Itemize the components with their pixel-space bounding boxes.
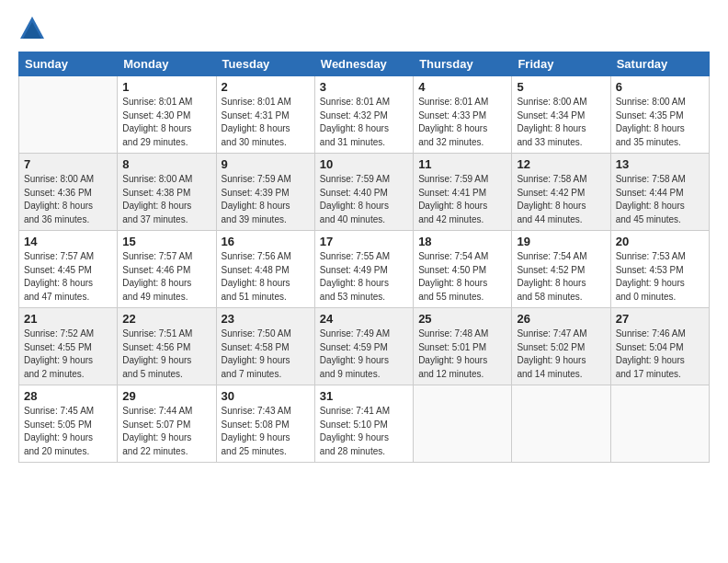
day-info: Sunrise: 7:57 AM Sunset: 4:45 PM Dayligh…	[24, 250, 112, 304]
page: SundayMondayTuesdayWednesdayThursdayFrid…	[0, 0, 728, 563]
day-number: 19	[517, 235, 605, 248]
calendar-cell: 8Sunrise: 8:00 AM Sunset: 4:38 PM Daylig…	[118, 154, 216, 231]
calendar-cell: 28Sunrise: 7:45 AM Sunset: 5:05 PM Dayli…	[19, 385, 118, 463]
day-number: 6	[616, 80, 704, 94]
day-number: 13	[616, 157, 704, 171]
week-row-5: 28Sunrise: 7:45 AM Sunset: 5:05 PM Dayli…	[19, 385, 710, 463]
day-number: 27	[616, 312, 704, 326]
day-info: Sunrise: 8:00 AM Sunset: 4:34 PM Dayligh…	[517, 96, 605, 149]
day-info: Sunrise: 7:54 AM Sunset: 4:52 PM Dayligh…	[517, 250, 605, 304]
day-number: 26	[517, 312, 605, 326]
logo	[18, 15, 50, 42]
day-info: Sunrise: 7:41 AM Sunset: 5:10 PM Dayligh…	[320, 405, 408, 458]
calendar-cell: 24Sunrise: 7:49 AM Sunset: 4:59 PM Dayli…	[314, 308, 413, 385]
week-row-4: 21Sunrise: 7:52 AM Sunset: 4:55 PM Dayli…	[19, 308, 710, 385]
day-info: Sunrise: 7:52 AM Sunset: 4:55 PM Dayligh…	[24, 327, 112, 381]
day-info: Sunrise: 7:43 AM Sunset: 5:08 PM Dayligh…	[222, 405, 310, 458]
calendar-cell: 21Sunrise: 7:52 AM Sunset: 4:55 PM Dayli…	[19, 308, 118, 385]
day-number: 24	[320, 312, 408, 326]
day-number: 31	[320, 389, 408, 403]
day-info: Sunrise: 7:51 AM Sunset: 4:56 PM Dayligh…	[122, 327, 210, 381]
calendar-table: SundayMondayTuesdayWednesdayThursdayFrid…	[18, 52, 710, 463]
calendar-cell: 12Sunrise: 7:58 AM Sunset: 4:42 PM Dayli…	[512, 154, 610, 231]
logo-icon	[18, 15, 46, 42]
calendar-cell: 1Sunrise: 8:01 AM Sunset: 4:30 PM Daylig…	[118, 76, 216, 154]
calendar-cell: 3Sunrise: 8:01 AM Sunset: 4:32 PM Daylig…	[314, 76, 413, 154]
calendar-cell: 6Sunrise: 8:00 AM Sunset: 4:35 PM Daylig…	[610, 76, 709, 154]
calendar-cell: 29Sunrise: 7:44 AM Sunset: 5:07 PM Dayli…	[118, 385, 216, 463]
weekday-header-thursday: Thursday	[414, 52, 512, 76]
day-info: Sunrise: 7:58 AM Sunset: 4:42 PM Dayligh…	[517, 173, 605, 226]
day-number: 25	[418, 312, 506, 326]
weekday-header-row: SundayMondayTuesdayWednesdayThursdayFrid…	[19, 52, 710, 76]
calendar-cell: 17Sunrise: 7:55 AM Sunset: 4:49 PM Dayli…	[314, 231, 413, 308]
day-number: 4	[418, 80, 506, 94]
calendar-cell: 2Sunrise: 8:01 AM Sunset: 4:31 PM Daylig…	[216, 76, 314, 154]
calendar-cell: 30Sunrise: 7:43 AM Sunset: 5:08 PM Dayli…	[216, 385, 314, 463]
week-row-2: 7Sunrise: 8:00 AM Sunset: 4:36 PM Daylig…	[19, 154, 710, 231]
calendar-cell: 7Sunrise: 8:00 AM Sunset: 4:36 PM Daylig…	[19, 154, 118, 231]
day-info: Sunrise: 8:00 AM Sunset: 4:38 PM Dayligh…	[122, 173, 210, 226]
calendar-cell: 15Sunrise: 7:57 AM Sunset: 4:46 PM Dayli…	[118, 231, 216, 308]
calendar-cell: 11Sunrise: 7:59 AM Sunset: 4:41 PM Dayli…	[414, 154, 512, 231]
week-row-3: 14Sunrise: 7:57 AM Sunset: 4:45 PM Dayli…	[19, 231, 710, 308]
calendar-cell: 13Sunrise: 7:58 AM Sunset: 4:44 PM Dayli…	[610, 154, 709, 231]
week-row-1: 1Sunrise: 8:01 AM Sunset: 4:30 PM Daylig…	[19, 76, 710, 154]
day-info: Sunrise: 8:00 AM Sunset: 4:36 PM Dayligh…	[24, 173, 112, 226]
calendar-cell: 18Sunrise: 7:54 AM Sunset: 4:50 PM Dayli…	[414, 231, 512, 308]
day-number: 3	[320, 80, 408, 94]
day-info: Sunrise: 7:46 AM Sunset: 5:04 PM Dayligh…	[616, 327, 704, 381]
day-number: 5	[517, 80, 605, 94]
calendar-cell: 19Sunrise: 7:54 AM Sunset: 4:52 PM Dayli…	[512, 231, 610, 308]
calendar-cell	[610, 385, 709, 463]
day-info: Sunrise: 7:59 AM Sunset: 4:40 PM Dayligh…	[320, 173, 408, 226]
day-number: 16	[222, 235, 310, 248]
weekday-header-tuesday: Tuesday	[216, 52, 314, 76]
day-info: Sunrise: 7:44 AM Sunset: 5:07 PM Dayligh…	[122, 405, 210, 458]
day-number: 29	[122, 389, 210, 403]
day-info: Sunrise: 8:01 AM Sunset: 4:30 PM Dayligh…	[122, 96, 210, 149]
calendar-cell: 22Sunrise: 7:51 AM Sunset: 4:56 PM Dayli…	[118, 308, 216, 385]
day-info: Sunrise: 7:45 AM Sunset: 5:05 PM Dayligh…	[24, 405, 112, 458]
day-info: Sunrise: 7:54 AM Sunset: 4:50 PM Dayligh…	[418, 250, 506, 304]
day-number: 23	[222, 312, 310, 326]
day-number: 17	[320, 235, 408, 248]
calendar-cell: 4Sunrise: 8:01 AM Sunset: 4:33 PM Daylig…	[414, 76, 512, 154]
day-info: Sunrise: 8:01 AM Sunset: 4:31 PM Dayligh…	[222, 96, 310, 149]
day-info: Sunrise: 8:00 AM Sunset: 4:35 PM Dayligh…	[616, 96, 704, 149]
calendar-cell: 26Sunrise: 7:47 AM Sunset: 5:02 PM Dayli…	[512, 308, 610, 385]
day-info: Sunrise: 7:55 AM Sunset: 4:49 PM Dayligh…	[320, 250, 408, 304]
day-info: Sunrise: 7:59 AM Sunset: 4:39 PM Dayligh…	[222, 173, 310, 226]
weekday-header-wednesday: Wednesday	[314, 52, 413, 76]
day-number: 18	[418, 235, 506, 248]
calendar-cell: 16Sunrise: 7:56 AM Sunset: 4:48 PM Dayli…	[216, 231, 314, 308]
calendar-cell: 9Sunrise: 7:59 AM Sunset: 4:39 PM Daylig…	[216, 154, 314, 231]
weekday-header-friday: Friday	[512, 52, 610, 76]
day-number: 28	[24, 389, 112, 403]
calendar-cell: 10Sunrise: 7:59 AM Sunset: 4:40 PM Dayli…	[314, 154, 413, 231]
day-number: 15	[122, 235, 210, 248]
calendar-cell	[414, 385, 512, 463]
day-info: Sunrise: 7:47 AM Sunset: 5:02 PM Dayligh…	[517, 327, 605, 381]
day-info: Sunrise: 7:58 AM Sunset: 4:44 PM Dayligh…	[616, 173, 704, 226]
weekday-header-monday: Monday	[118, 52, 216, 76]
day-number: 14	[24, 235, 112, 248]
calendar-cell: 14Sunrise: 7:57 AM Sunset: 4:45 PM Dayli…	[19, 231, 118, 308]
calendar-cell: 31Sunrise: 7:41 AM Sunset: 5:10 PM Dayli…	[314, 385, 413, 463]
day-number: 11	[418, 157, 506, 171]
calendar-cell: 27Sunrise: 7:46 AM Sunset: 5:04 PM Dayli…	[610, 308, 709, 385]
day-number: 9	[222, 157, 310, 171]
day-number: 21	[24, 312, 112, 326]
day-info: Sunrise: 7:48 AM Sunset: 5:01 PM Dayligh…	[418, 327, 506, 381]
calendar-cell: 23Sunrise: 7:50 AM Sunset: 4:58 PM Dayli…	[216, 308, 314, 385]
day-number: 2	[222, 80, 310, 94]
day-info: Sunrise: 7:59 AM Sunset: 4:41 PM Dayligh…	[418, 173, 506, 226]
day-number: 7	[24, 157, 112, 171]
day-info: Sunrise: 7:56 AM Sunset: 4:48 PM Dayligh…	[222, 250, 310, 304]
calendar-cell: 5Sunrise: 8:00 AM Sunset: 4:34 PM Daylig…	[512, 76, 610, 154]
day-info: Sunrise: 7:49 AM Sunset: 4:59 PM Dayligh…	[320, 327, 408, 381]
weekday-header-sunday: Sunday	[19, 52, 118, 76]
calendar-cell	[19, 76, 118, 154]
day-number: 30	[222, 389, 310, 403]
day-number: 8	[122, 157, 210, 171]
